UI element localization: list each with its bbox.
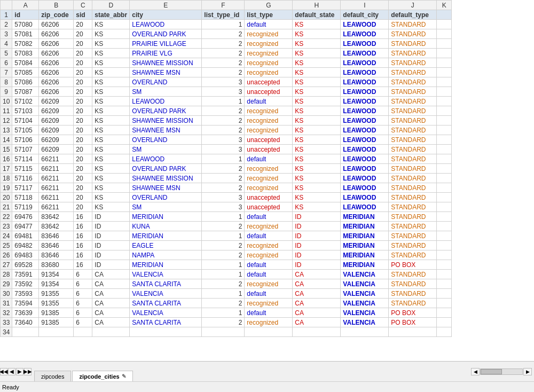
cell-f[interactable]: 3 (202, 135, 245, 145)
cell-a[interactable]: 57104 (12, 116, 39, 126)
cell-h[interactable]: CA (293, 289, 341, 299)
row-num-29[interactable]: 29 (1, 279, 12, 289)
scroll-left-btn[interactable]: ◀ (471, 368, 480, 375)
cell-c[interactable]: 6 (74, 279, 92, 289)
cell-j[interactable]: STANDARD (389, 193, 437, 202)
cell-g[interactable]: default (245, 231, 293, 241)
cell-e[interactable]: SHAWNEE MSN (130, 68, 202, 77)
cell-h[interactable]: KS (293, 154, 341, 164)
cell-h[interactable]: KS (293, 49, 341, 58)
cell-d[interactable]: ID (92, 222, 130, 231)
cell-e[interactable]: SM (130, 202, 202, 212)
cell-c[interactable]: 20 (74, 116, 92, 126)
cell-g[interactable]: recognized (245, 106, 293, 116)
cell-k[interactable] (437, 222, 452, 231)
row-num-9[interactable]: 9 (1, 87, 12, 97)
cell-k[interactable] (437, 183, 452, 193)
row-num-8[interactable]: 8 (1, 77, 12, 87)
row-num-20[interactable]: 20 (1, 193, 12, 202)
cell-d[interactable]: CA (92, 299, 130, 308)
row-num-26[interactable]: 26 (1, 250, 12, 260)
cell-h[interactable]: ID (293, 241, 341, 250)
cell-f[interactable]: 1 (202, 289, 245, 299)
empty-cell[interactable] (74, 327, 92, 337)
cell-d[interactable]: KS (92, 29, 130, 39)
cell-e[interactable]: OVERLAND (130, 77, 202, 87)
cell-c[interactable]: 16 (74, 212, 92, 222)
cell-a[interactable]: 69528 (12, 260, 39, 270)
cell-b[interactable]: 83646 (39, 231, 74, 241)
cell-e[interactable]: SM (130, 87, 202, 97)
cell-h[interactable]: KS (293, 126, 341, 135)
cell-i[interactable]: MERIDIAN (341, 260, 389, 270)
cell-g[interactable]: unaccepted (245, 77, 293, 87)
cell-1-d[interactable]: state_abbr (92, 10, 130, 20)
cell-e[interactable]: EAGLE (130, 241, 202, 250)
cell-j[interactable]: STANDARD (389, 97, 437, 106)
cell-b[interactable]: 83680 (39, 260, 74, 270)
cell-k[interactable] (437, 135, 452, 145)
cell-i[interactable]: LEAWOOD (341, 39, 389, 49)
cell-f[interactable]: 1 (202, 270, 245, 279)
row-num-18[interactable]: 18 (1, 174, 12, 183)
cell-j[interactable]: STANDARD (389, 270, 437, 279)
cell-a[interactable]: 69476 (12, 212, 39, 222)
cell-i[interactable]: LEAWOOD (341, 77, 389, 87)
cell-b[interactable]: 66211 (39, 202, 74, 212)
cell-b[interactable]: 91385 (39, 308, 74, 318)
cell-e[interactable]: SM (130, 145, 202, 154)
cell-f[interactable]: 2 (202, 299, 245, 308)
cell-b[interactable]: 66206 (39, 87, 74, 97)
cell-g[interactable]: recognized (245, 39, 293, 49)
cell-g[interactable]: recognized (245, 250, 293, 260)
cell-h[interactable]: ID (293, 250, 341, 260)
cell-j[interactable]: STANDARD (389, 231, 437, 241)
cell-1-a[interactable]: id (12, 10, 39, 20)
cell-h[interactable]: KS (293, 87, 341, 97)
cell-j[interactable]: STANDARD (389, 106, 437, 116)
cell-f[interactable]: 1 (202, 308, 245, 318)
cell-d[interactable]: CA (92, 289, 130, 299)
cell-a[interactable]: 57102 (12, 97, 39, 106)
cell-k[interactable] (437, 318, 452, 327)
cell-g[interactable]: unaccepted (245, 135, 293, 145)
cell-i[interactable]: LEAWOOD (341, 29, 389, 39)
cell-c[interactable]: 20 (74, 39, 92, 49)
cell-1-b[interactable]: zip_code (39, 10, 74, 20)
cell-e[interactable]: SHAWNEE MISSION (130, 116, 202, 126)
cell-i[interactable]: LEAWOOD (341, 58, 389, 68)
cell-b[interactable]: 66206 (39, 39, 74, 49)
cell-e[interactable]: SHAWNEE MISSION (130, 174, 202, 183)
cell-b[interactable]: 66209 (39, 106, 74, 116)
cell-b[interactable]: 91385 (39, 318, 74, 327)
cell-i[interactable]: LEAWOOD (341, 20, 389, 29)
cell-j[interactable]: STANDARD (389, 164, 437, 174)
cell-f[interactable]: 2 (202, 241, 245, 250)
cell-f[interactable]: 2 (202, 222, 245, 231)
cell-f[interactable]: 3 (202, 202, 245, 212)
cell-e[interactable]: VALENCIA (130, 270, 202, 279)
cell-f[interactable]: 3 (202, 77, 245, 87)
cell-1-i[interactable]: default_city (341, 10, 389, 20)
cell-e[interactable]: MERIDIAN (130, 231, 202, 241)
cell-d[interactable]: KS (92, 116, 130, 126)
empty-cell[interactable] (389, 327, 437, 337)
cell-d[interactable]: ID (92, 241, 130, 250)
cell-c[interactable]: 20 (74, 145, 92, 154)
cell-c[interactable]: 20 (74, 174, 92, 183)
cell-j[interactable]: STANDARD (389, 289, 437, 299)
cell-a[interactable]: 57118 (12, 193, 39, 202)
cell-i[interactable]: VALENCIA (341, 308, 389, 318)
cell-d[interactable]: KS (92, 87, 130, 97)
cell-h[interactable]: KS (293, 116, 341, 126)
row-num-30[interactable]: 30 (1, 289, 12, 299)
cell-e[interactable]: SHAWNEE MSN (130, 183, 202, 193)
cell-g[interactable]: recognized (245, 241, 293, 250)
cell-a[interactable]: 57106 (12, 135, 39, 145)
empty-cell[interactable] (92, 327, 130, 337)
cell-j[interactable]: STANDARD (389, 77, 437, 87)
cell-h[interactable]: KS (293, 193, 341, 202)
cell-e[interactable]: VALENCIA (130, 308, 202, 318)
cell-d[interactable]: KS (92, 20, 130, 29)
cell-e[interactable]: SANTA CLARITA (130, 299, 202, 308)
